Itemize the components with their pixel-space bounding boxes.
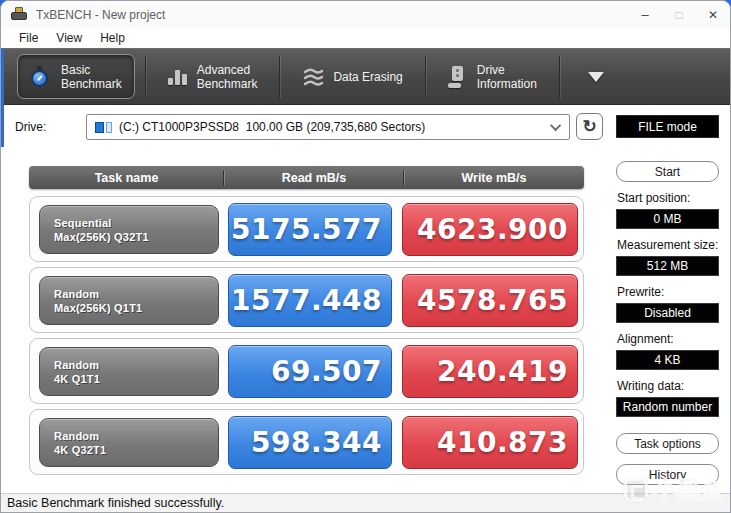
task-random-max-q1t1-button[interactable]: Random Max(256K) Q1T1 [39,276,219,325]
start-position-label: Start position: [617,191,720,205]
write-value: 4578.765 [417,284,568,317]
chevron-down-icon [550,120,561,131]
start-button[interactable]: Start [616,161,719,182]
read-result: 1577.448 [228,274,392,327]
maximize-button[interactable]: □ [662,1,696,28]
toolbar-separator [279,56,280,98]
read-result: 69.507 [228,345,392,398]
write-result: 4623.900 [402,203,578,256]
prewrite-label: Prewrite: [617,285,720,299]
read-value: 598.344 [251,426,382,459]
start-position-value[interactable]: 0 MB [616,209,719,229]
toolbar-separator [145,56,146,98]
measurement-size-value[interactable]: 512 MB [616,256,719,276]
write-value: 4623.900 [417,213,568,246]
tab-label: BasicBenchmark [61,63,122,91]
read-result: 5175.577 [228,203,392,256]
alignment-value[interactable]: 4 KB [616,350,719,370]
table-row: Random 4K Q32T1 598.344 410.873 [29,409,584,475]
read-value: 5175.577 [231,213,382,246]
task-sequential-q32t1-button[interactable]: Sequential Max(256K) Q32T1 [39,205,219,254]
file-mode-button[interactable]: FILE mode [616,115,719,138]
alignment-label: Alignment: [617,332,720,346]
tab-basic-benchmark[interactable]: BasicBenchmark [17,54,135,99]
tab-data-erasing[interactable]: Data Erasing [290,54,414,99]
write-value: 410.873 [437,426,568,459]
drive-row: Drive: (C:) CT1000P3PSSD8 100.00 GB (209… [1,105,730,149]
tab-label: Data Erasing [333,70,402,84]
settings-panel: Start Start position: 0 MB Measurement s… [616,161,720,485]
task-random-4k-q1t1-button[interactable]: Random 4K Q1T1 [39,347,219,396]
header-task-name: Task name [29,171,224,185]
app-icon [11,7,28,22]
window-title: TxBENCH - New project [36,8,165,22]
read-value: 69.507 [271,355,382,388]
results-table-header: Task name Read mB/s Write mB/s [29,166,584,189]
toolbar: BasicBenchmark AdvancedBenchmark Data Er… [1,48,730,105]
partition-icon [95,122,112,133]
header-read: Read mB/s [224,171,404,185]
drive-select[interactable]: (C:) CT1000P3PSSD8 100.00 GB (209,735,68… [86,114,570,140]
toolbar-separator [425,56,426,98]
menu-help[interactable]: Help [91,31,134,45]
status-message: Basic Benchmark finished successfully. [7,496,224,510]
table-row: Random Max(256K) Q1T1 1577.448 4578.765 [29,267,584,333]
write-value: 240.419 [437,355,568,388]
menu-view[interactable]: View [47,31,91,45]
write-result: 410.873 [402,416,578,469]
status-bar: Basic Benchmark finished successfully. [1,493,730,512]
menu-bar: File View Help [1,28,730,48]
table-row: Random 4K Q1T1 69.507 240.419 [29,338,584,404]
waves-icon [302,67,324,87]
history-button[interactable]: History [616,464,719,485]
read-result: 598.344 [228,416,392,469]
tab-label: DriveInformation [477,63,537,91]
prewrite-value[interactable]: Disabled [616,303,719,323]
drive-label: Drive: [15,120,46,134]
table-row: Sequential Max(256K) Q32T1 5175.577 4623… [29,196,584,262]
title-bar[interactable]: TxBENCH - New project – □ ✕ [1,1,730,28]
app-window: TxBENCH - New project – □ ✕ File View He… [0,0,731,513]
stopwatch-icon [30,66,52,88]
close-button[interactable]: ✕ [696,1,730,28]
desktop-background-sliver [1,48,4,147]
writing-data-label: Writing data: [617,379,720,393]
tab-label: AdvancedBenchmark [197,63,258,91]
writing-data-value[interactable]: Random number [616,397,719,417]
write-result: 240.419 [402,345,578,398]
triangle-down-icon [588,72,604,82]
more-tools-button[interactable] [584,66,608,88]
tab-drive-information[interactable]: DriveInformation [436,54,549,99]
write-result: 4578.765 [402,274,578,327]
header-write: Write mB/s [404,171,584,185]
tab-advanced-benchmark[interactable]: AdvancedBenchmark [156,54,270,99]
refresh-icon: ↻ [582,116,596,137]
measurement-size-label: Measurement size: [617,238,720,252]
drive-icon [448,66,468,88]
menu-file[interactable]: File [10,31,47,45]
toolbar-separator [559,56,560,98]
refresh-drives-button[interactable]: ↻ [576,113,603,140]
bar-chart-icon [168,68,188,85]
read-value: 1577.448 [231,284,382,317]
task-random-4k-q32t1-button[interactable]: Random 4K Q32T1 [39,418,219,467]
task-options-button[interactable]: Task options [616,433,719,454]
minimize-button[interactable]: – [628,1,662,28]
drive-selected-value: (C:) CT1000P3PSSD8 100.00 GB (209,735,68… [119,120,425,134]
